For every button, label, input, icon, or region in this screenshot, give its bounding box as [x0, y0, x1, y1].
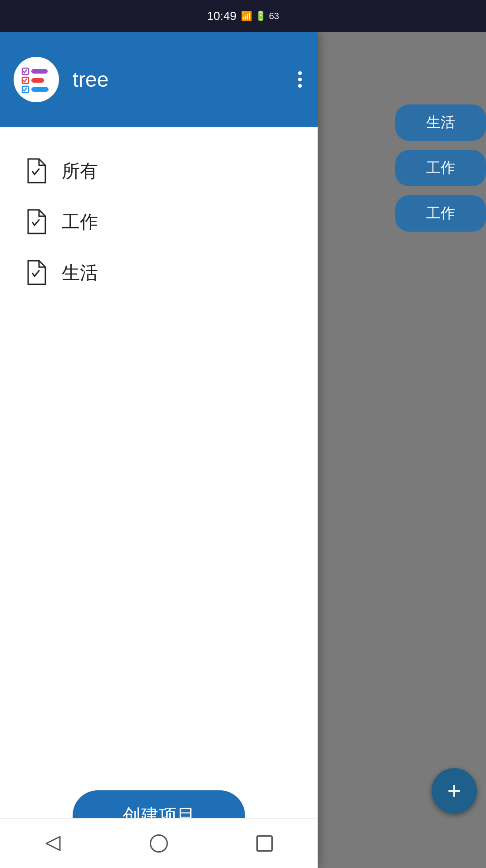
menu-item-life[interactable]: 生活: [14, 247, 304, 298]
svg-rect-5: [31, 87, 49, 92]
status-bar: 10:49 📶 🔋63: [0, 0, 486, 32]
app-logo: [14, 57, 59, 102]
dot-2: [298, 78, 302, 81]
svg-rect-3: [31, 78, 44, 83]
dot-1: [298, 71, 302, 75]
back-icon: [42, 832, 64, 855]
menu-icon-life: [23, 260, 48, 285]
status-time: 10:49: [207, 9, 236, 23]
menu-label-all: 所有: [62, 159, 98, 184]
pill-work-1[interactable]: 工作: [395, 150, 486, 186]
menu-item-work[interactable]: 工作: [14, 196, 304, 247]
drawer-content: 所有 工作: [0, 127, 318, 777]
nav-home-button[interactable]: [141, 825, 177, 862]
nav-recents-button[interactable]: [246, 825, 283, 862]
dot-3: [298, 84, 302, 88]
app-title: tree: [73, 67, 108, 92]
pill-work-2[interactable]: 工作: [395, 195, 486, 232]
menu-icon-all: [23, 158, 48, 184]
category-pills: 生活 工作 工作: [395, 32, 486, 241]
logo-svg: [20, 64, 52, 95]
menu-icon-work: [23, 209, 48, 234]
more-menu-button[interactable]: [294, 67, 306, 92]
pill-life[interactable]: 生活: [395, 104, 486, 141]
fab-button[interactable]: +: [432, 768, 477, 813]
svg-marker-6: [46, 837, 60, 850]
menu-label-life: 生活: [62, 260, 98, 285]
doc-check-icon-life: [25, 260, 46, 285]
doc-check-icon-work: [25, 209, 46, 234]
menu-item-all[interactable]: 所有: [14, 145, 304, 196]
drawer-header: tree: [0, 32, 318, 127]
menu-label-work: 工作: [62, 209, 98, 234]
home-circle-icon: [150, 834, 168, 853]
nav-bar: [0, 818, 318, 868]
drawer-panel: tree 所有: [0, 32, 318, 868]
recents-square-icon: [256, 835, 273, 852]
svg-rect-1: [31, 69, 48, 74]
nav-back-button[interactable]: [35, 825, 71, 862]
doc-check-icon-all: [25, 158, 46, 184]
app-container: 生活 工作 工作 +: [0, 32, 486, 868]
status-icons: 📶 🔋63: [241, 10, 279, 21]
